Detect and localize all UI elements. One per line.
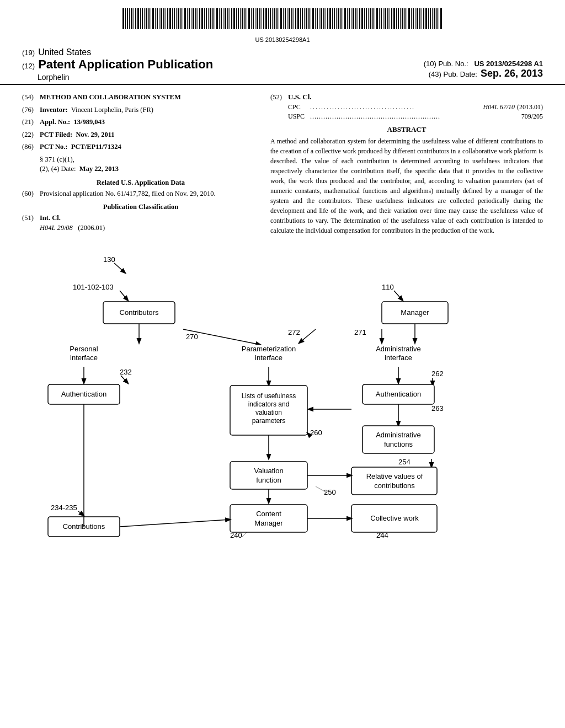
svg-rect-33 — [193, 8, 194, 29]
svg-rect-124 — [387, 8, 388, 29]
s371-field: § 371 (c)(1), (2), (4) Date: May 22, 201… — [22, 155, 259, 174]
inventor-name: Lorphelin — [38, 73, 70, 82]
svg-rect-15 — [155, 8, 156, 29]
svg-rect-74 — [280, 8, 282, 29]
svg-rect-98 — [332, 8, 333, 29]
type-name: Patent Application Publication — [38, 57, 213, 72]
svg-rect-50 — [230, 8, 230, 29]
svg-rect-40 — [208, 8, 209, 29]
svg-rect-66 — [263, 8, 264, 29]
provisional-num: (60) — [22, 189, 40, 199]
svg-rect-67 — [265, 8, 267, 29]
svg-rect-42 — [212, 8, 214, 29]
svg-rect-30 — [187, 8, 188, 29]
svg-rect-72 — [276, 8, 278, 29]
valuation-box — [230, 462, 307, 489]
svg-rect-95 — [326, 8, 326, 29]
svg-rect-59 — [248, 8, 250, 29]
svg-rect-54 — [238, 8, 239, 29]
svg-rect-121 — [381, 8, 382, 29]
svg-rect-31 — [189, 8, 190, 29]
svg-rect-43 — [215, 8, 215, 29]
country-name: United States — [38, 47, 91, 57]
svg-rect-144 — [430, 8, 431, 29]
svg-rect-19 — [163, 8, 164, 29]
cpc-dots: ...................................... — [310, 103, 483, 111]
svg-rect-134 — [408, 8, 410, 29]
valuation-label2: function — [256, 476, 281, 484]
svg-rect-35 — [198, 8, 198, 29]
svg-rect-71 — [274, 8, 275, 29]
label-250: 250 — [324, 488, 336, 496]
appl-no-num: (21) — [22, 117, 40, 127]
svg-rect-2 — [127, 8, 128, 29]
svg-rect-108 — [353, 8, 354, 29]
lists-label2: indicators and — [248, 400, 290, 408]
svg-rect-137 — [415, 8, 415, 29]
label-263: 263 — [431, 404, 444, 413]
lists-label1: Lists of usefulness — [242, 392, 296, 400]
param-interface-label1: Parameterization — [242, 345, 296, 353]
label-232: 232 — [120, 368, 132, 376]
svg-rect-101 — [338, 8, 339, 29]
svg-rect-122 — [383, 8, 383, 29]
us-cl-section: (52) U.S. Cl. CPC ......................… — [270, 93, 543, 121]
relative-values-label1: Relative values of — [366, 472, 423, 480]
svg-rect-115 — [368, 8, 369, 29]
svg-rect-53 — [236, 8, 237, 29]
svg-rect-84 — [302, 8, 303, 29]
svg-rect-6 — [135, 8, 136, 29]
pct-filed-field: (22) PCT Filed: Nov. 29, 2011 — [22, 130, 259, 140]
inventor-field: (76) Inventor: Vincent Lorphelin, Paris … — [22, 105, 259, 115]
appl-no-field: (21) Appl. No.: 13/989,043 — [22, 117, 259, 127]
svg-rect-91 — [317, 8, 318, 29]
svg-rect-79 — [291, 8, 292, 29]
left-column: (54) METHOD AND COLLABORATION SYSTEM (76… — [22, 93, 259, 235]
svg-rect-120 — [379, 8, 380, 29]
svg-rect-24 — [174, 8, 175, 29]
svg-rect-112 — [361, 8, 363, 29]
svg-rect-69 — [270, 8, 271, 29]
title-field-num: (54) — [22, 93, 40, 103]
label-244: 244 — [376, 531, 388, 539]
svg-rect-141 — [423, 8, 424, 29]
int-cl-value: Int. Cl. H04L 29/08 (2006.01) — [40, 213, 259, 233]
svg-rect-12 — [148, 8, 150, 29]
svg-rect-125 — [390, 8, 390, 29]
barcode-area: US 20130254298A1 — [0, 0, 565, 44]
svg-line-150 — [114, 263, 125, 273]
svg-rect-78 — [289, 8, 290, 29]
us-cl-num: (52) — [270, 93, 288, 101]
svg-rect-140 — [422, 8, 422, 29]
svg-rect-109 — [355, 8, 356, 29]
label-271: 271 — [354, 328, 366, 336]
lists-label4: parameters — [252, 417, 286, 425]
right-column: (52) U.S. Cl. CPC ......................… — [270, 93, 543, 235]
int-cl-num: (51) — [22, 213, 40, 223]
svg-rect-13 — [151, 8, 151, 29]
svg-rect-64 — [259, 8, 260, 29]
svg-rect-123 — [385, 8, 386, 29]
svg-rect-86 — [306, 8, 307, 29]
cpc-year: (2013.01) — [517, 103, 543, 111]
svg-rect-135 — [411, 8, 412, 29]
label-130: 130 — [103, 255, 115, 264]
svg-rect-148 — [439, 8, 439, 29]
svg-rect-136 — [413, 8, 414, 29]
patent-page: US 20130254298A1 (19) United States (12)… — [0, 0, 565, 728]
svg-rect-117 — [372, 8, 374, 29]
svg-rect-102 — [340, 8, 342, 29]
svg-rect-113 — [364, 8, 365, 29]
cpc-label: CPC — [288, 103, 310, 111]
svg-rect-133 — [407, 8, 407, 29]
svg-rect-21 — [167, 8, 168, 29]
inventor-field-value: Inventor: Vincent Lorphelin, Paris (FR) — [40, 105, 259, 115]
svg-rect-99 — [334, 8, 335, 29]
main-content: (54) METHOD AND COLLABORATION SYSTEM (76… — [0, 85, 565, 235]
uspc-value: 709/205 — [521, 113, 543, 121]
pub-date-value: Sep. 26, 2013 — [481, 68, 543, 79]
provisional-field: (60) Provisional application No. 61/417,… — [22, 189, 259, 199]
svg-rect-82 — [297, 8, 299, 29]
svg-rect-149 — [440, 8, 442, 29]
svg-rect-132 — [404, 8, 406, 29]
